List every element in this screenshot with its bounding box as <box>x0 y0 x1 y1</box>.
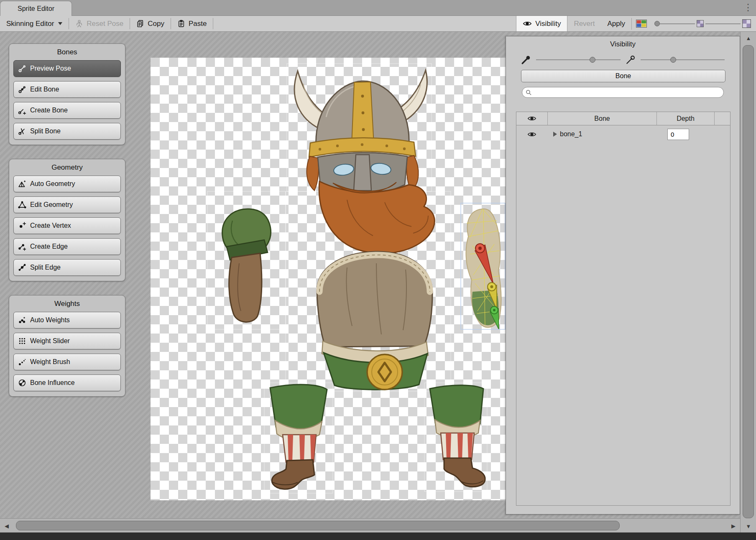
tool-split-bone[interactable]: Split Bone <box>13 123 121 140</box>
tool-weight-brush[interactable]: Weight Brush <box>13 354 121 370</box>
visibility-column-header[interactable] <box>516 112 547 125</box>
horizontal-scroll-thumb[interactable] <box>16 521 620 530</box>
column-label: Depth <box>677 115 695 122</box>
bone-row[interactable]: bone_1 <box>516 125 730 143</box>
tool-auto-weights[interactable]: Auto Weights <box>13 312 121 329</box>
bone-table-header: Bone Depth <box>516 112 730 125</box>
overflow-menu-icon[interactable]: ⋮ <box>743 2 753 13</box>
texture-swatch-icon-large[interactable] <box>742 19 751 28</box>
viking-sprite-sheet <box>151 58 506 500</box>
sprite-left-leg <box>270 385 327 489</box>
rgb-channels-icon[interactable] <box>636 20 647 28</box>
bones-panel-title: Bones <box>13 46 121 60</box>
eye-toggle-icon[interactable] <box>527 131 536 138</box>
mode-dropdown[interactable]: Skinning Editor <box>0 16 69 31</box>
sprite-canvas[interactable] <box>151 58 506 500</box>
depth-column-header[interactable]: Depth <box>656 112 715 125</box>
scroll-up-arrow[interactable]: ▲ <box>741 32 756 44</box>
toolbar-separator <box>631 18 632 30</box>
workspace: Bones Preview Pose Edit Bone Create Bone… <box>0 32 756 518</box>
tool-label: Preview Pose <box>30 65 71 72</box>
tool-create-bone[interactable]: Create Bone <box>13 102 121 119</box>
split-edge-icon <box>18 263 26 272</box>
slider-track <box>705 23 741 24</box>
sprite-arm-with-bones[interactable] <box>461 203 505 329</box>
slider-thumb[interactable] <box>590 57 595 63</box>
paste-icon <box>177 20 185 28</box>
bone-name[interactable]: bone_1 <box>560 130 582 138</box>
tool-create-vertex[interactable]: Create Vertex <box>13 217 121 234</box>
copy-button[interactable]: Copy <box>130 16 171 31</box>
tool-edit-bone[interactable]: Edit Bone <box>13 81 121 98</box>
texture-swatch-icon[interactable] <box>697 20 704 27</box>
toolbar-separator <box>213 18 213 29</box>
mode-dropdown-label: Skinning Editor <box>6 20 54 28</box>
tool-label: Weight Brush <box>30 358 70 366</box>
auto-weights-icon <box>18 316 26 324</box>
tool-label: Create Edge <box>30 243 68 250</box>
auto-geometry-icon <box>18 180 26 188</box>
tool-label: Create Vertex <box>30 222 71 229</box>
tool-label: Create Bone <box>30 107 68 114</box>
vertical-scrollbar[interactable]: ▲ ▼ <box>740 32 756 532</box>
search-input[interactable] <box>534 88 718 97</box>
tool-preview-pose[interactable]: Preview Pose <box>13 60 121 77</box>
slider-thumb[interactable] <box>670 57 676 63</box>
paste-label: Paste <box>189 20 207 28</box>
create-bone-icon <box>18 106 26 115</box>
sprite-right-leg <box>430 385 485 487</box>
depth-input[interactable] <box>667 129 689 140</box>
visibility-panel: Visibility Bone Bone <box>506 36 740 515</box>
tool-edit-geometry[interactable]: Edit Geometry <box>13 196 121 213</box>
column-label: Bone <box>594 115 610 122</box>
sprite-torso <box>317 252 432 390</box>
revert-button[interactable]: Revert <box>567 20 601 28</box>
create-vertex-icon <box>18 222 26 230</box>
eye-icon <box>527 115 536 122</box>
copy-icon <box>136 20 144 28</box>
toolbar: Skinning Editor Reset Pose Copy Paste Vi… <box>0 16 756 32</box>
edit-geometry-icon <box>18 201 26 209</box>
geometry-panel-title: Geometry <box>13 162 121 176</box>
bone-mode-button[interactable]: Bone <box>521 70 725 82</box>
bone-opacity-slider[interactable] <box>536 56 621 63</box>
tool-weight-slider[interactable]: Weight Slider <box>13 333 121 349</box>
slider-thumb[interactable] <box>654 21 660 26</box>
alpha-slider[interactable] <box>654 19 753 28</box>
visibility-panel-title: Visibility <box>506 36 740 50</box>
bone-column-header[interactable]: Bone <box>547 112 656 125</box>
scroll-down-arrow[interactable]: ▼ <box>741 520 756 532</box>
tool-label: Bone Influence <box>30 379 75 387</box>
mesh-opacity-slider[interactable] <box>641 56 725 63</box>
sprite-mitten <box>222 209 271 322</box>
slider-track <box>660 23 695 24</box>
tool-bone-influence[interactable]: Bone Influence <box>13 374 121 391</box>
bone-opacity-sliders <box>506 50 740 66</box>
visibility-toggle-button[interactable]: Visibility <box>516 16 567 31</box>
scroll-right-arrow[interactable]: ▶ <box>727 519 740 533</box>
weight-slider-icon <box>18 337 26 345</box>
expand-arrow-icon[interactable] <box>553 132 557 137</box>
horizontal-scrollbar[interactable]: ◀ ▶ <box>0 518 740 532</box>
slider-track <box>641 59 725 60</box>
bottom-status-strip <box>0 532 756 540</box>
vertical-scroll-thumb[interactable] <box>743 45 754 518</box>
weight-brush-icon <box>18 358 26 366</box>
reset-pose-label: Reset Pose <box>87 20 123 28</box>
reset-pose-button[interactable]: Reset Pose <box>69 16 130 31</box>
scroll-left-arrow[interactable]: ◀ <box>0 519 13 533</box>
copy-label: Copy <box>148 20 164 28</box>
tool-create-edge[interactable]: Create Edge <box>13 238 121 255</box>
apply-button[interactable]: Apply <box>601 20 631 28</box>
revert-label: Revert <box>574 20 595 28</box>
tool-label: Split Bone <box>30 127 61 135</box>
apply-label: Apply <box>607 20 625 28</box>
paste-button[interactable]: Paste <box>171 16 213 31</box>
tab-sprite-editor[interactable]: Sprite Editor <box>0 1 72 16</box>
tool-label: Auto Geometry <box>30 180 75 188</box>
tool-auto-geometry[interactable]: Auto Geometry <box>13 176 121 192</box>
tool-split-edge[interactable]: Split Edge <box>13 259 121 276</box>
bone-filled-icon <box>521 55 531 65</box>
geometry-panel: Geometry Auto Geometry Edit Geometry Cre… <box>9 159 125 281</box>
tool-label: Weight Slider <box>30 337 70 345</box>
